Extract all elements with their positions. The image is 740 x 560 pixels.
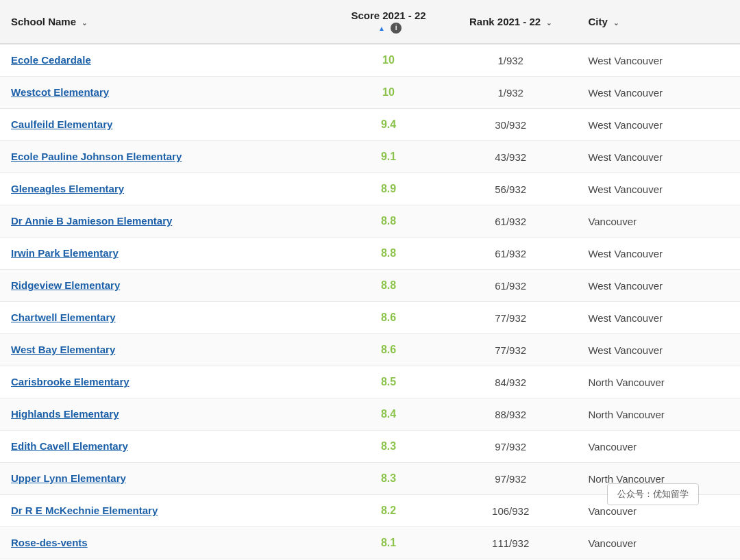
score-sort-up-icon[interactable]: ▲ <box>378 25 385 32</box>
school-name-link[interactable]: Ridgeview Elementary <box>11 279 120 291</box>
score-cell: 8.2 <box>333 495 444 527</box>
rank-cell: 97/932 <box>444 431 577 463</box>
school-name-link[interactable]: West Bay Elementary <box>11 344 115 355</box>
school-name-cell: Dr R E McKechnie Elementary <box>0 495 333 527</box>
score-cell: 8.6 <box>333 302 444 334</box>
table-row: Gleneagles Elementary8.956/932West Vanco… <box>0 173 740 205</box>
city-cell: Vancouver <box>577 495 740 527</box>
table-row: Ecole Pauline Johnson Elementary9.143/93… <box>0 141 740 173</box>
school-name-cell: Ridgeview Elementary <box>0 270 333 302</box>
school-name-cell: Ecole Pauline Johnson Elementary <box>0 141 333 173</box>
city-header[interactable]: City ⌄ <box>577 0 740 44</box>
rank-header[interactable]: Rank 2021 - 22 ⌄ <box>444 0 577 44</box>
rank-cell: 61/932 <box>444 205 577 238</box>
school-name-cell: Caulfeild Elementary <box>0 109 333 141</box>
school-name-link[interactable]: Edith Cavell Elementary <box>11 440 128 452</box>
school-name-link[interactable]: Caulfeild Elementary <box>11 118 112 130</box>
school-name-link[interactable]: Ecole Cedardale <box>11 54 91 66</box>
school-name-header[interactable]: School Name ⌄ <box>0 0 333 44</box>
city-cell: West Vancouver <box>577 302 740 334</box>
school-name-cell: Rose-des-vents <box>0 527 333 559</box>
school-name-link[interactable]: Dr R E McKechnie Elementary <box>11 505 158 516</box>
city-sort-icon[interactable]: ⌄ <box>613 19 619 27</box>
rank-cell: 30/932 <box>444 109 577 141</box>
rank-cell: 97/932 <box>444 463 577 495</box>
rank-cell: 61/932 <box>444 238 577 270</box>
school-name-sort-icon[interactable]: ⌄ <box>82 19 87 27</box>
score-cell: 9.1 <box>333 141 444 173</box>
school-rankings-table: School Name ⌄ Score 2021 - 22 ▲ i Rank 2… <box>0 0 740 559</box>
rank-cell: 77/932 <box>444 334 577 366</box>
rank-cell: 84/932 <box>444 366 577 398</box>
school-name-link[interactable]: Chartwell Elementary <box>11 311 116 323</box>
city-cell: West Vancouver <box>577 334 740 366</box>
city-cell: North Vancouver <box>577 463 740 495</box>
city-cell: West Vancouver <box>577 270 740 302</box>
table-row: Ecole Cedardale101/932West Vancouver <box>0 44 740 77</box>
score-cell: 8.4 <box>333 398 444 431</box>
score-cell: 10 <box>333 77 444 109</box>
school-name-cell: Edith Cavell Elementary <box>0 431 333 463</box>
rank-sort-icon[interactable]: ⌄ <box>546 19 552 27</box>
city-cell: West Vancouver <box>577 109 740 141</box>
table-row: Dr Annie B Jamieson Elementary8.861/932V… <box>0 205 740 238</box>
score-cell: 10 <box>333 44 444 77</box>
table-row: Dr R E McKechnie Elementary8.2106/932Van… <box>0 495 740 527</box>
score-header[interactable]: Score 2021 - 22 ▲ i <box>333 0 444 44</box>
school-name-link[interactable]: Rose-des-vents <box>11 537 88 548</box>
table-row: Chartwell Elementary8.677/932West Vancou… <box>0 302 740 334</box>
score-cell: 8.9 <box>333 173 444 205</box>
school-name-cell: Irwin Park Elementary <box>0 238 333 270</box>
rank-cell: 77/932 <box>444 302 577 334</box>
city-cell: West Vancouver <box>577 141 740 173</box>
school-name-link[interactable]: Upper Lynn Elementary <box>11 472 126 484</box>
score-cell: 8.8 <box>333 205 444 238</box>
table-header-row: School Name ⌄ Score 2021 - 22 ▲ i Rank 2… <box>0 0 740 44</box>
rank-cell: 111/932 <box>444 527 577 559</box>
rank-cell: 43/932 <box>444 141 577 173</box>
score-cell: 8.3 <box>333 431 444 463</box>
city-cell: Vancouver <box>577 431 740 463</box>
score-info-icon[interactable]: i <box>391 23 402 34</box>
school-name-link[interactable]: Westcot Elementary <box>11 86 109 98</box>
rank-cell: 88/932 <box>444 398 577 431</box>
school-name-cell: Dr Annie B Jamieson Elementary <box>0 205 333 238</box>
school-name-link[interactable]: Ecole Pauline Johnson Elementary <box>11 151 182 162</box>
score-cell: 8.5 <box>333 366 444 398</box>
rank-cell: 1/932 <box>444 77 577 109</box>
city-cell: West Vancouver <box>577 173 740 205</box>
school-name-link[interactable]: Carisbrooke Elementary <box>11 376 130 387</box>
school-name-link[interactable]: Dr Annie B Jamieson Elementary <box>11 215 172 227</box>
city-cell: North Vancouver <box>577 366 740 398</box>
table-row: Upper Lynn Elementary8.397/932North Vanc… <box>0 463 740 495</box>
table-row: Highlands Elementary8.488/932North Vanco… <box>0 398 740 431</box>
city-cell: West Vancouver <box>577 77 740 109</box>
school-name-cell: Ecole Cedardale <box>0 44 333 77</box>
school-name-link[interactable]: Gleneagles Elementary <box>11 183 124 194</box>
school-name-link[interactable]: Highlands Elementary <box>11 408 119 420</box>
school-name-cell: Upper Lynn Elementary <box>0 463 333 495</box>
score-cell: 9.4 <box>333 109 444 141</box>
school-name-cell: Carisbrooke Elementary <box>0 366 333 398</box>
city-cell: West Vancouver <box>577 44 740 77</box>
city-cell: North Vancouver <box>577 398 740 431</box>
table-row: Irwin Park Elementary8.861/932West Vanco… <box>0 238 740 270</box>
score-cell: 8.6 <box>333 334 444 366</box>
score-cell: 8.8 <box>333 238 444 270</box>
school-name-cell: Westcot Elementary <box>0 77 333 109</box>
school-name-cell: Chartwell Elementary <box>0 302 333 334</box>
rank-cell: 1/932 <box>444 44 577 77</box>
school-name-link[interactable]: Irwin Park Elementary <box>11 247 119 259</box>
rank-cell: 61/932 <box>444 270 577 302</box>
rank-cell: 106/932 <box>444 495 577 527</box>
score-cell: 8.1 <box>333 527 444 559</box>
table-row: West Bay Elementary8.677/932West Vancouv… <box>0 334 740 366</box>
score-cell: 8.3 <box>333 463 444 495</box>
school-name-cell: Gleneagles Elementary <box>0 173 333 205</box>
table-row: Edith Cavell Elementary8.397/932Vancouve… <box>0 431 740 463</box>
score-cell: 8.8 <box>333 270 444 302</box>
city-cell: Vancouver <box>577 527 740 559</box>
table-row: Westcot Elementary101/932West Vancouver <box>0 77 740 109</box>
school-name-cell: Highlands Elementary <box>0 398 333 431</box>
school-name-cell: West Bay Elementary <box>0 334 333 366</box>
